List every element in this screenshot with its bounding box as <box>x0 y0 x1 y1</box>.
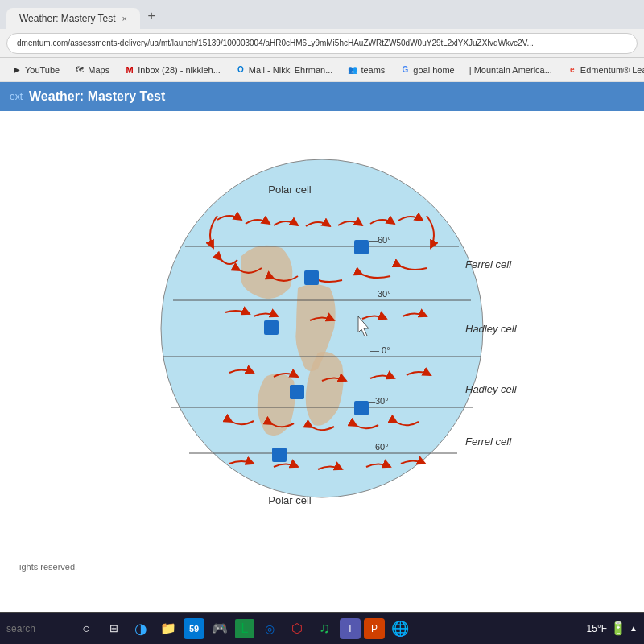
svg-rect-12 <box>304 270 319 285</box>
icon9[interactable]: ⬡ <box>285 617 309 641</box>
svg-text:— 0°: — 0° <box>370 345 390 355</box>
svg-rect-16 <box>272 448 287 462</box>
youtube-icon: ▶ <box>11 64 23 76</box>
temperature: 15°F <box>587 623 607 634</box>
tab-label: Weather: Mastery Test <box>19 13 116 24</box>
globe-svg: —60° —30° — 0° —30° —60° <box>113 127 531 530</box>
icon7[interactable]: L <box>235 619 254 638</box>
powerpoint-icon[interactable]: P <box>364 618 385 639</box>
store-icon[interactable]: 59 <box>184 618 204 639</box>
bookmark-teams[interactable]: 👥 teams <box>342 63 390 77</box>
bookmark-label: Inbox (28) - nikkieh... <box>138 65 221 75</box>
browser-tab[interactable]: Weather: Mastery Test × <box>6 8 140 29</box>
svg-text:Hadley cell: Hadley cell <box>465 323 518 335</box>
tab-close[interactable]: × <box>122 14 127 23</box>
search-taskbar-icon[interactable]: ○ <box>74 617 98 641</box>
tab-bar: Weather: Mastery Test × + <box>0 0 644 29</box>
icon6[interactable]: 🎮 <box>208 617 232 641</box>
bookmark-edmentum[interactable]: e Edmentum® Learni... <box>562 63 644 77</box>
bookmarks-bar: ▶ YouTube 🗺 Maps M Inbox (28) - nikkieh.… <box>0 58 644 82</box>
battery-icon: 🔋 <box>610 621 626 636</box>
bookmark-label: Mail - Nikki Ehrman... <box>249 65 333 75</box>
bookmark-label: goal home <box>413 65 454 75</box>
rights-text: ights reserved. <box>10 559 87 575</box>
svg-rect-13 <box>264 320 279 335</box>
svg-text:Polar cell: Polar cell <box>268 184 312 196</box>
svg-text:Polar cell: Polar cell <box>268 494 312 506</box>
taskbar-search-input[interactable] <box>6 623 71 634</box>
svg-text:Ferrel cell: Ferrel cell <box>465 436 512 448</box>
taskbar-right: 15°F 🔋 ▲ <box>587 621 638 636</box>
address-bar-row: dmentum.com/assessments-delivery/ua/mt/l… <box>0 29 644 58</box>
url-text: dmentum.com/assessments-delivery/ua/mt/l… <box>17 39 534 47</box>
edmentum-icon: e <box>567 64 578 76</box>
spotify-icon[interactable]: ♫ <box>312 617 336 641</box>
svg-text:Hadley cell: Hadley cell <box>465 383 518 395</box>
content-area: —60° —30° — 0° —30° —60° <box>0 111 644 612</box>
outlook-icon: O <box>235 64 246 76</box>
chrome-icon[interactable]: 🌐 <box>388 617 412 641</box>
chevron-up-icon[interactable]: ▲ <box>630 624 638 633</box>
bookmark-youtube[interactable]: ▶ YouTube <box>6 63 64 77</box>
teams-icon: 👥 <box>347 64 358 76</box>
svg-rect-11 <box>354 240 369 254</box>
bookmark-goal-home[interactable]: G goal home <box>394 63 459 77</box>
gmail-icon: M <box>124 64 135 76</box>
svg-rect-14 <box>290 385 304 399</box>
svg-text:—30°: —30° <box>366 396 389 406</box>
bookmark-label: YouTube <box>25 65 60 75</box>
google-icon: G <box>399 64 411 76</box>
svg-text:—60°: —60° <box>369 235 391 245</box>
taskview-icon[interactable]: ⊞ <box>101 617 126 641</box>
diagram-container: —60° —30° — 0° —30° —60° <box>113 127 531 530</box>
teams-taskbar-icon[interactable]: T <box>340 618 361 639</box>
edge-icon[interactable]: ◑ <box>129 617 153 641</box>
bookmark-label: teams <box>361 65 385 75</box>
taskbar: ○ ⊞ ◑ 📁 59 🎮 L ◎ ⬡ ♫ T P 🌐 15°F 🔋 ▲ <box>0 612 644 644</box>
svg-rect-15 <box>354 401 369 415</box>
address-bar[interactable]: dmentum.com/assessments-delivery/ua/mt/l… <box>6 33 638 54</box>
page-header: ext Weather: Mastery Test <box>0 82 644 111</box>
svg-text:—30°: —30° <box>369 289 391 299</box>
bookmark-mountain[interactable]: | Mountain America... <box>464 64 557 76</box>
browser-frame: Weather: Mastery Test × + dmentum.com/as… <box>0 0 644 644</box>
maps-icon: 🗺 <box>74 64 85 76</box>
bookmark-mail[interactable]: O Mail - Nikki Ehrman... <box>230 63 338 77</box>
bookmark-maps[interactable]: 🗺 Maps <box>69 63 114 77</box>
bookmark-inbox[interactable]: M Inbox (28) - nikkieh... <box>119 63 225 77</box>
files-icon[interactable]: 📁 <box>156 617 180 641</box>
svg-text:—60°: —60° <box>366 442 389 452</box>
bookmark-label: Edmentum® Learni... <box>580 65 644 75</box>
bookmark-label: | Mountain America... <box>469 65 552 75</box>
new-tab-button[interactable]: + <box>140 5 163 27</box>
bookmark-label: Maps <box>88 65 109 75</box>
page-prefix: ext <box>10 91 23 102</box>
footer: ights reserved. <box>10 559 87 573</box>
page-title: Weather: Mastery Test <box>29 89 165 104</box>
icon8[interactable]: ◎ <box>258 617 282 641</box>
svg-text:Ferrel cell: Ferrel cell <box>465 258 512 270</box>
